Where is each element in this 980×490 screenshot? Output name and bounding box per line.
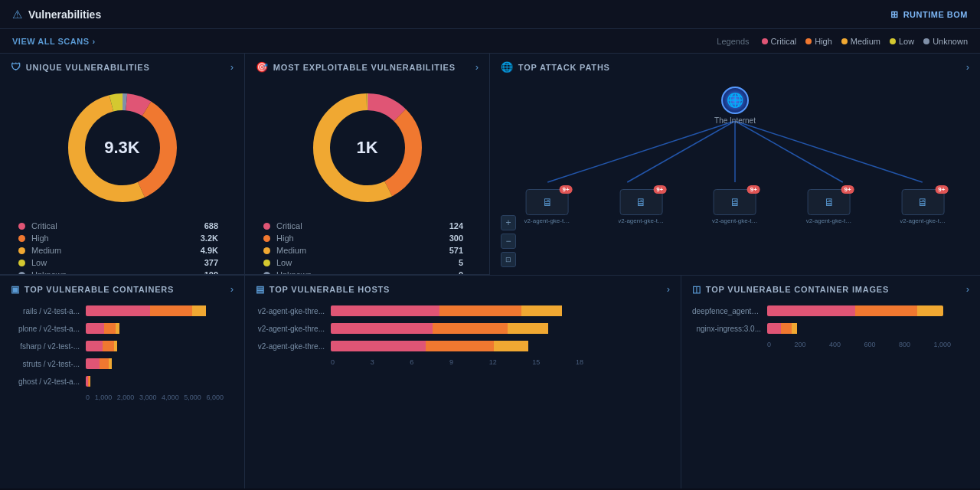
- containers-header: ▣ TOP VULNERABLE CONTAINERS ›: [11, 283, 234, 295]
- top-row: 🛡 UNIQUE VULNERABILITIES ›: [0, 54, 980, 276]
- top-images-panel: ◫ TOP VULNERABLE CONTAINER IMAGES › deep…: [681, 276, 980, 488]
- internet-label: The Internet: [714, 116, 756, 125]
- x-axis: 02004006008001,000: [692, 341, 951, 348]
- legend-high: High: [805, 37, 832, 46]
- container-icon: ▣: [11, 284, 20, 295]
- attack-graph: 🌐 The Internet 🖥 9+: [501, 79, 969, 247]
- attack-paths-panel: 🌐 TOP ATTACK PATHS › 🌐 The Internet: [490, 54, 980, 275]
- medium-segment: [792, 323, 797, 334]
- hosts-header: ▤ TOP VULNERABLE HOSTS ›: [256, 283, 670, 295]
- bar-fill: [86, 376, 216, 387]
- bar-track: [86, 358, 216, 369]
- bar-label: fsharp / v2-test-...: [11, 342, 80, 351]
- images-header: ◫ TOP VULNERABLE CONTAINER IMAGES ›: [692, 283, 969, 295]
- child-node-3: 🖥 9+ v2-agent-gke-thre...: [806, 189, 852, 224]
- bar-fill: [86, 305, 216, 316]
- node-box-1[interactable]: 🖥 9+: [619, 189, 662, 215]
- child-node-0: 🖥 9+ v2-agent-gke-thre...: [524, 189, 570, 224]
- medium-segment: [521, 305, 562, 316]
- exploitable-vulns-center-value: 1K: [356, 138, 377, 158]
- attack-paths-chevron[interactable]: ›: [966, 61, 969, 73]
- medium-segment: [114, 341, 118, 351]
- exploitable-legend-medium: Medium 571: [256, 244, 479, 256]
- exploitable-vulns-legend: Critical 124 High 300 Medium 571 Low 5 U…: [256, 220, 479, 275]
- bar-fill: [86, 341, 216, 351]
- node-label-2: v2-agent-gke-thre...: [712, 217, 758, 224]
- bar-label: nginx-ingress:3.0...: [692, 325, 761, 333]
- critical-segment: [86, 323, 104, 334]
- internet-node: 🌐 The Internet: [714, 87, 756, 125]
- svg-line-14: [735, 121, 843, 182]
- bar-track: [86, 305, 216, 316]
- vulnerabilities-icon: ⚠: [12, 8, 22, 21]
- bar-row: rails / v2-test-a...: [11, 305, 234, 316]
- zoom-in-button[interactable]: +: [501, 215, 516, 230]
- images-chevron[interactable]: ›: [966, 283, 969, 295]
- containers-bar-chart: rails / v2-test-a...plone / v2-test-a...…: [11, 301, 234, 406]
- node-box-4[interactable]: 🖥 9+: [901, 189, 944, 215]
- bar-fill: [767, 323, 943, 334]
- page-title: Vulnerabilities: [28, 8, 101, 21]
- critical-segment: [331, 305, 439, 316]
- legends-bar: Legends Critical High Medium Low Unknown: [717, 37, 968, 46]
- top-hosts-panel: ▤ TOP VULNERABLE HOSTS › v2-agent-gke-th…: [245, 276, 681, 488]
- unknown-dot: [923, 38, 929, 44]
- critical-segment: [767, 323, 781, 334]
- node-box-3[interactable]: 🖥 9+: [808, 189, 851, 215]
- runtime-bom-button[interactable]: ⊞ RUNTIME BOM: [890, 9, 968, 20]
- containers-title: ▣ TOP VULNERABLE CONTAINERS: [11, 284, 174, 295]
- server-icon-0: 🖥: [542, 196, 553, 208]
- unique-vulnerabilities-panel: 🛡 UNIQUE VULNERABILITIES ›: [0, 54, 245, 275]
- legend-unknown: Unknown: [923, 37, 968, 46]
- bar-row: nginx-ingress:3.0...: [692, 323, 969, 334]
- legend-critical: Critical: [762, 37, 797, 46]
- zoom-fit-button[interactable]: ⊡: [501, 252, 516, 267]
- view-all-scans-link[interactable]: VIEW ALL SCANS ›: [12, 37, 96, 46]
- zoom-controls: + − ⊡: [501, 215, 516, 267]
- legend-row-low: Low 377: [11, 256, 234, 269]
- x-axis: 01,0002,0003,0004,0005,0006,000: [11, 394, 224, 401]
- svg-line-12: [627, 121, 735, 182]
- legend-medium: Medium: [841, 37, 880, 46]
- low-dot: [890, 38, 896, 44]
- critical-segment: [767, 305, 855, 316]
- image-icon: ◫: [692, 284, 701, 295]
- bottom-row: ▣ TOP VULNERABLE CONTAINERS › rails / v2…: [0, 276, 980, 488]
- hosts-chevron[interactable]: ›: [667, 283, 670, 295]
- zoom-out-button[interactable]: −: [501, 234, 516, 249]
- containers-chevron[interactable]: ›: [230, 283, 234, 295]
- bar-row: v2-agent-gke-thre...: [256, 323, 670, 334]
- bar-row: v2-agent-gke-thre...: [256, 305, 670, 316]
- exploitable-legend-low: Low 5: [256, 256, 479, 269]
- bar-row: v2-agent-gke-thre...: [256, 341, 670, 351]
- bar-label: v2-agent-gke-thre...: [256, 325, 325, 333]
- node-box-2[interactable]: 🖥 9+: [714, 189, 756, 215]
- critical-segment: [331, 341, 426, 351]
- bar-label: v2-agent-gke-thre...: [256, 342, 325, 351]
- attack-paths-title: 🌐 TOP ATTACK PATHS: [501, 61, 610, 73]
- bar-fill: [331, 341, 576, 351]
- bar-track: [767, 323, 943, 334]
- exploitable-vulns-donut-container: 1K: [256, 79, 479, 214]
- unique-vulns-chevron[interactable]: ›: [230, 61, 234, 73]
- medium-segment: [109, 358, 112, 369]
- high-segment: [855, 305, 917, 316]
- bar-track: [331, 305, 576, 316]
- server-icon-2: 🖥: [730, 196, 740, 208]
- unique-vulns-center-value: 9.3K: [104, 138, 139, 158]
- bar-row: struts / v2-test-...: [11, 358, 234, 369]
- high-segment: [433, 323, 508, 334]
- node-box-0[interactable]: 🖥 9+: [526, 189, 569, 215]
- medium-dot: [841, 38, 848, 44]
- node-badge-4: 9+: [935, 185, 948, 194]
- runtime-bom-icon: ⊞: [890, 9, 899, 20]
- child-node-4: 🖥 9+ v2-agent-gke-thre...: [900, 189, 946, 224]
- high-segment: [100, 358, 109, 369]
- child-nodes: 🖥 9+ v2-agent-gke-thre... 🖥 9+ v2-agent-…: [524, 189, 946, 224]
- bar-label: plone / v2-test-a...: [11, 325, 80, 333]
- exploitable-vulns-chevron[interactable]: ›: [475, 61, 479, 73]
- hosts-bar-chart: v2-agent-gke-thre...v2-agent-gke-thre...…: [256, 301, 670, 371]
- high-dot: [805, 38, 812, 44]
- legend-row-critical: Critical 688: [11, 220, 234, 232]
- sub-header: VIEW ALL SCANS › Legends Critical High M…: [0, 29, 980, 54]
